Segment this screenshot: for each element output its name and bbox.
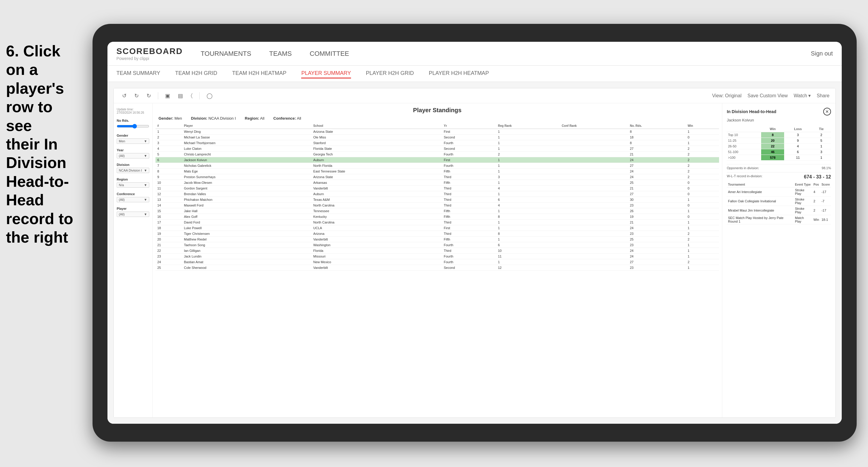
main-content: ↺ ↻ ↻ ▣ ▤ 〈 ◯ View: Original Save Custom…: [107, 82, 842, 424]
tab-team-h2h-heatmap[interactable]: TEAM H2H HEATMAP: [232, 69, 286, 79]
nav-teams[interactable]: TEAMS: [269, 48, 292, 60]
table-row[interactable]: 23 Jack Lundin Missouri Fourth 11 24 1: [156, 254, 719, 259]
table-row[interactable]: 3 Michael Thorbjornsen Stanford Fourth 1…: [156, 140, 719, 146]
redo-button[interactable]: ↻: [132, 91, 141, 100]
h2h-row: >100 578 11 1: [727, 155, 831, 160]
table-row[interactable]: 7 Nicholas Gabrelick North Florida Fourt…: [156, 163, 719, 168]
tournament-row: Fallon Oak Collegiate Invitational Strok…: [727, 197, 831, 206]
filter-no-rds: No Rds.: [117, 119, 149, 129]
table-panel: Player Standings Gender: Men Division: N…: [153, 103, 722, 417]
table-row[interactable]: 24 Bastian Amat New Mexico Fourth 1 27 2: [156, 259, 719, 265]
tablet-frame: SCOREBOARD Powered by clippi TOURNAMENTS…: [93, 24, 857, 442]
table-row[interactable]: 9 Preston Summerhays Arizona State Third…: [156, 174, 719, 180]
table-row[interactable]: 22 Ian Gilligan Florida Third 10 24 1: [156, 248, 719, 254]
col-score: Score: [820, 182, 831, 187]
no-rds-slider[interactable]: [117, 124, 149, 129]
forward-button[interactable]: ↻: [144, 91, 153, 100]
view-original-button[interactable]: View: Original: [712, 93, 741, 98]
dashboard-toolbar: ↺ ↻ ↻ ▣ ▤ 〈 ◯ View: Original Save Custom…: [114, 88, 835, 103]
h2h-panel: In Division Head-to-Head ✕ Jackson Koivu…: [722, 103, 835, 417]
nav-committee[interactable]: COMMITTEE: [310, 48, 349, 60]
tab-team-h2h-grid[interactable]: TEAM H2H GRID: [175, 69, 217, 79]
sign-out-button[interactable]: Sign out: [811, 50, 833, 57]
filters-panel: Update time: 27/03/2024 16:56:26 No Rds.…: [114, 103, 153, 417]
table-row[interactable]: 10 Jacob Mow-Olesen Arkansas Fifth 1 25 …: [156, 180, 719, 186]
sub-nav: TEAM SUMMARY TEAM H2H GRID TEAM H2H HEAT…: [107, 66, 842, 82]
year-select[interactable]: (All) ▼: [117, 153, 149, 158]
table-row[interactable]: 19 Tiger Christensen Arizona Third 8 23 …: [156, 231, 719, 237]
table-row[interactable]: 21 Taehoon Song Washington Fourth 6 23 1: [156, 242, 719, 248]
filter-conference: Conference (All) ▼: [117, 192, 149, 202]
h2h-player-name: Jackson Koivun: [727, 118, 831, 122]
table-row[interactable]: 1 Wenyi Ding Arizona State First 1 8 1: [156, 129, 719, 134]
toolbar-right: View: Original Save Custom View Watch ▾ …: [712, 93, 830, 98]
col-win: Win: [686, 123, 719, 129]
table-row[interactable]: 25 Cole Sherwood Vanderbilt Second 12 23…: [156, 265, 719, 271]
h2h-col-tie: Tie: [812, 126, 831, 132]
table-row[interactable]: 6 Jackson Koivun Auburn First 1 24 2: [156, 157, 719, 163]
col-tournament: Tournament: [727, 182, 794, 187]
player-select[interactable]: (All) ▼: [117, 212, 149, 217]
standings-table-wrap: # Player School Yr Reg Rank Conf Rank No…: [153, 123, 722, 417]
instruction-text: 6. Click on a player's row to see their …: [0, 36, 87, 252]
logo-powered: Powered by clippi: [116, 56, 183, 61]
conference-select[interactable]: (All) ▼: [117, 197, 149, 202]
h2h-row: 51-100 46 6 3: [727, 149, 831, 155]
table-row[interactable]: 14 Maxwell Ford North Carolina Third 4 2…: [156, 203, 719, 208]
table-row[interactable]: 8 Mats Ege East Tennessee State Fifth 1 …: [156, 168, 719, 174]
share-button[interactable]: Share: [817, 93, 830, 98]
col-event-type: Event Type: [794, 182, 812, 187]
table-row[interactable]: 2 Michael La Sasse Ole Miss Second 1 18 …: [156, 134, 719, 140]
h2h-header: In Division Head-to-Head ✕: [727, 108, 831, 116]
table-row[interactable]: 4 Luke Claton Florida State Second 1 27 …: [156, 146, 719, 152]
region-select[interactable]: N/a ▼: [117, 182, 149, 188]
tab-player-summary[interactable]: PLAYER SUMMARY: [301, 69, 351, 79]
filter-button[interactable]: 〈: [188, 91, 195, 100]
filter-year: Year (All) ▼: [117, 148, 149, 158]
table-row[interactable]: 13 Phichaksn Maichon Texas A&M Third 6 3…: [156, 197, 719, 203]
tab-player-h2h-heatmap[interactable]: PLAYER H2H HEATMAP: [429, 69, 489, 79]
nav-items: TOURNAMENTS TEAMS COMMITTEE: [200, 48, 811, 60]
top-nav: SCOREBOARD Powered by clippi TOURNAMENTS…: [107, 42, 842, 66]
h2h-record-table: Win Loss Tie Top 10 8 3 2 11-25 20 9 5 2…: [727, 126, 831, 160]
watch-button[interactable]: Watch ▾: [794, 93, 811, 98]
tournament-row: SEC Match Play Hosted by Jerry Pate Roun…: [727, 215, 831, 224]
standings-title: Player Standings: [153, 103, 722, 116]
copy-button[interactable]: ▣: [163, 91, 173, 100]
tablet-screen: SCOREBOARD Powered by clippi TOURNAMENTS…: [107, 42, 842, 424]
col-reg-rank: Reg Rank: [496, 123, 560, 129]
col-conf-rank: Conf Rank: [560, 123, 628, 129]
tournament-row: Mirabel Maui Jim Intercollegiate Stroke …: [727, 206, 831, 215]
col-pos: Pos: [812, 182, 820, 187]
tab-player-h2h-grid[interactable]: PLAYER H2H GRID: [366, 69, 414, 79]
opponents-pct: 98.1%: [822, 166, 831, 170]
table-row[interactable]: 5 Christo Lamprecht Georgia Tech Fourth …: [156, 152, 719, 157]
wlt-row: W-L-T record in-division: 674 - 33 - 12: [727, 172, 831, 180]
h2h-col-range: [727, 126, 761, 132]
wlt-label: W-L-T record in-division:: [727, 174, 762, 180]
paste-button[interactable]: ▤: [176, 91, 185, 100]
table-row[interactable]: 20 Matthew Riedel Vanderbilt Fifth 1 25 …: [156, 237, 719, 242]
undo-button[interactable]: ↺: [120, 91, 129, 100]
gender-select[interactable]: Men ▼: [117, 138, 149, 144]
wlt-value: 674 - 33 - 12: [804, 174, 831, 180]
division-select[interactable]: NCAA Division I ▼: [117, 168, 149, 173]
filter-gender: Gender Men ▼: [117, 134, 149, 144]
table-row[interactable]: 18 Luke Powell UCLA First 1 24 1: [156, 225, 719, 231]
tab-team-summary[interactable]: TEAM SUMMARY: [116, 69, 160, 79]
standings-filters: Gender: Men Division: NCAA Division I Re…: [153, 116, 722, 123]
table-row[interactable]: 12 Brendan Valles Auburn Third 1 27 0: [156, 191, 719, 197]
table-row[interactable]: 16 Alex Goff Kentucky Fifth 8 19 0: [156, 214, 719, 220]
refresh-button[interactable]: ◯: [204, 91, 215, 100]
table-row[interactable]: 17 David Ford North Carolina Third 1 21 …: [156, 220, 719, 225]
dashboard: ↺ ↻ ↻ ▣ ▤ 〈 ◯ View: Original Save Custom…: [114, 88, 836, 418]
col-player: Player: [182, 123, 311, 129]
filter-region: Region N/a ▼: [117, 178, 149, 188]
table-row[interactable]: 15 Jake Hall Tennessee Fifth 1 26 1: [156, 208, 719, 214]
nav-tournaments[interactable]: TOURNAMENTS: [200, 48, 251, 60]
h2h-close-button[interactable]: ✕: [823, 108, 831, 116]
table-row[interactable]: 11 Gordon Sargent Vanderbilt Third 4 21 …: [156, 186, 719, 191]
save-custom-button[interactable]: Save Custom View: [747, 93, 788, 98]
logo-scoreboard: SCOREBOARD: [116, 46, 183, 56]
filter-division: Division NCAA Division I ▼: [117, 163, 149, 173]
